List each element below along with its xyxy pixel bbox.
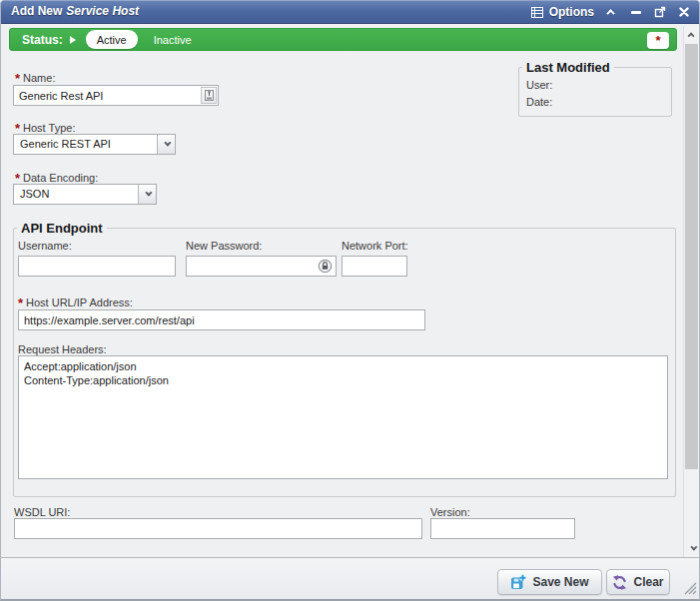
data-encoding-select[interactable]: JSON [13, 184, 157, 205]
dropdown-button[interactable] [157, 135, 175, 154]
chevron-up-icon [606, 9, 614, 17]
resize-grip-icon [684, 582, 697, 595]
add-service-host-dialog: Add NewService Host Options Status: Acti… [0, 0, 700, 601]
api-endpoint-title: API Endpoint [17, 221, 107, 236]
host-url-label: *Host URL/IP Address: [18, 296, 133, 310]
host-type-select[interactable]: Generic REST API [13, 134, 176, 155]
request-headers-textarea[interactable]: Accept:application/json Content-Type:app… [18, 355, 668, 479]
save-new-label: Save New [532, 575, 588, 589]
host-type-value: Generic REST API [20, 135, 111, 154]
save-disk-plus-icon [510, 574, 526, 590]
window-title: Add NewService Host [11, 0, 139, 23]
triangle-right-icon [70, 36, 80, 44]
status-option-inactive[interactable]: Inactive [154, 34, 192, 46]
options-label: Options [549, 5, 594, 19]
request-headers-label: Request Headers: [18, 343, 107, 355]
name-field-wrap [13, 85, 219, 106]
last-modified-date-label: Date: [526, 96, 552, 108]
chevron-down-icon [145, 190, 152, 197]
host-url-input[interactable] [18, 309, 425, 330]
chevron-down-icon [690, 544, 697, 551]
save-new-button[interactable]: Save New [497, 569, 602, 595]
window-title-prefix: Add New [11, 4, 62, 18]
status-bar: Status: Active Inactive * [9, 28, 677, 51]
minus-icon [631, 11, 641, 14]
new-password-field-wrap [186, 256, 337, 277]
scroll-up-button[interactable] [684, 26, 700, 43]
chevron-up-icon [687, 32, 694, 39]
new-password-label: New Password: [186, 240, 262, 252]
clear-label: Clear [633, 575, 663, 589]
scroll-down-button[interactable] [684, 540, 700, 557]
wsdl-uri-label: WSDL URI: [14, 506, 70, 518]
required-indicator-button[interactable]: * [647, 32, 669, 49]
title-bar: Add NewService Host Options [0, 0, 700, 24]
new-password-input[interactable] [186, 256, 337, 277]
close-button[interactable] [677, 5, 690, 19]
wsdl-uri-input[interactable] [14, 518, 422, 539]
required-icon: * [18, 296, 23, 310]
collapse-button[interactable] [605, 5, 618, 19]
password-lock-icon [317, 258, 334, 275]
text-box-icon [205, 90, 214, 101]
last-modified-user-label: User: [526, 79, 552, 91]
last-modified-title: Last Modified [522, 60, 614, 75]
resize-grip[interactable] [684, 582, 697, 597]
footer-bar: Save New Clear [1, 557, 699, 599]
scrollbar-thumb[interactable] [685, 44, 698, 469]
data-encoding-value: JSON [20, 185, 49, 204]
vertical-scrollbar[interactable] [683, 26, 699, 557]
refresh-icon [612, 575, 627, 590]
window-controls: Options [531, 0, 690, 24]
close-icon [679, 7, 689, 17]
popout-button[interactable] [653, 5, 666, 19]
username-input[interactable] [18, 256, 176, 277]
window-title-emphasis: Service Host [66, 4, 139, 18]
minimize-button[interactable] [629, 5, 642, 19]
network-port-label: Network Port: [342, 240, 408, 252]
username-label: Username: [18, 240, 72, 252]
text-helper-button[interactable] [201, 87, 217, 104]
clear-button[interactable]: Clear [606, 569, 670, 595]
dropdown-button[interactable] [138, 185, 156, 204]
status-option-active[interactable]: Active [86, 30, 138, 49]
name-input[interactable] [13, 85, 219, 106]
name-label: *Name: [15, 71, 55, 86]
open-in-new-icon [654, 6, 666, 18]
version-label: Version: [430, 506, 470, 518]
options-icon [531, 5, 544, 19]
status-label: Status: [22, 33, 63, 47]
required-icon: * [15, 71, 20, 86]
asterisk-icon: * [655, 36, 660, 46]
version-input[interactable] [430, 518, 575, 539]
network-port-input[interactable] [342, 256, 407, 277]
chevron-down-icon [164, 140, 171, 147]
options-button[interactable]: Options [531, 5, 594, 19]
